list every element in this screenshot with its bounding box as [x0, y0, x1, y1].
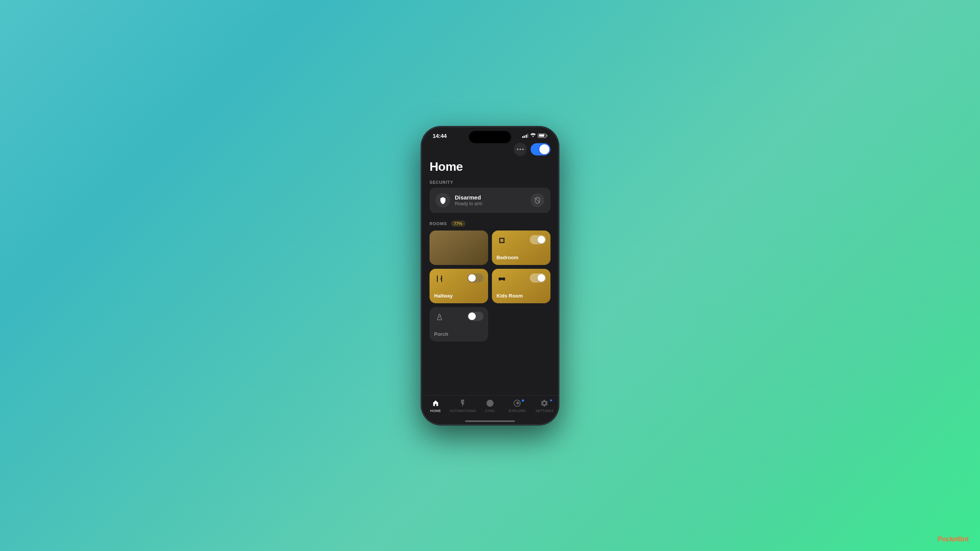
room-card-top [497, 273, 546, 284]
room-card-blurred[interactable] [430, 231, 488, 265]
top-actions [430, 141, 550, 160]
tab-settings[interactable]: SETTINGS [531, 399, 558, 413]
dot-menu-icon [517, 149, 524, 150]
settings-notification-dot [550, 399, 552, 401]
porch-toggle[interactable] [467, 312, 483, 321]
phone-screen: 14:44 [422, 127, 558, 424]
phone-frame: 14:44 [421, 126, 559, 425]
tab-sync[interactable]: SYNC [476, 399, 503, 413]
svg-rect-4 [499, 242, 504, 243]
security-card[interactable]: Disarmed Ready to arm [430, 188, 550, 213]
svg-rect-7 [441, 275, 442, 282]
phone-device: 14:44 [421, 126, 559, 425]
battery-icon [538, 134, 547, 138]
app-content: Home SECURITY Disarmed Ready to arm [422, 141, 558, 395]
security-shield-bg [436, 193, 450, 208]
page-title: Home [430, 160, 550, 174]
security-status-text: Disarmed [455, 194, 482, 201]
rooms-header: ROOMS 77% [430, 221, 550, 227]
bedroom-toggle[interactable] [530, 235, 546, 244]
home-bar [422, 420, 558, 424]
explore-tab-label: EXPLORE [509, 409, 526, 413]
tab-automations[interactable]: AUTOMATIONS [449, 399, 476, 413]
signal-icon [522, 134, 529, 138]
svg-rect-10 [499, 279, 500, 280]
kidsroom-icon [497, 273, 507, 284]
svg-rect-11 [503, 279, 505, 280]
security-sub-status: Ready to arm [455, 201, 482, 206]
svg-rect-13 [502, 277, 505, 278]
home-indicator [465, 420, 515, 422]
room-card-kidsroom[interactable]: Kids Room [492, 269, 550, 303]
settings-tab-icon [540, 399, 549, 408]
hallway-label: Hallway [434, 293, 483, 299]
status-bar: 14:44 [422, 127, 558, 141]
hallway-toggle[interactable] [467, 273, 483, 283]
hallway-icon [434, 273, 445, 284]
status-icons [522, 133, 548, 138]
sync-tab-label: SYNC [485, 409, 495, 413]
svg-rect-5 [437, 275, 438, 282]
rooms-grid: Bedroom [430, 231, 550, 342]
svg-point-19 [489, 402, 491, 404]
automations-tab-label: AUTOMATIONS [450, 409, 476, 413]
watermark-rest: ocketlint [942, 535, 969, 543]
bedroom-label: Bedroom [497, 255, 546, 260]
porch-icon [434, 312, 445, 322]
room-card-top [434, 273, 483, 284]
home-tab-label: HOME [430, 409, 441, 413]
explore-notification-dot [522, 399, 524, 402]
watermark-p: P [938, 535, 942, 543]
svg-point-17 [439, 313, 440, 314]
room-card-porch[interactable]: Porch [430, 307, 488, 342]
settings-tab-label: SETTINGS [536, 409, 554, 413]
automations-tab-icon [458, 399, 467, 408]
room-card-hallway[interactable]: Hallway [430, 269, 488, 303]
shield-slash-icon [534, 197, 541, 204]
security-info-left: Disarmed Ready to arm [436, 193, 482, 208]
security-text-info: Disarmed Ready to arm [455, 194, 482, 206]
status-time: 14:44 [433, 132, 447, 139]
porch-label: Porch [434, 331, 483, 337]
watermark: Pocketlint [938, 535, 969, 543]
rooms-section-label: ROOMS [430, 221, 447, 226]
svg-point-8 [440, 278, 441, 279]
tab-home[interactable]: HOME [422, 399, 449, 413]
sync-tab-icon [485, 399, 495, 408]
room-card-top [497, 235, 546, 246]
svg-line-0 [535, 198, 540, 203]
room-card-top [434, 312, 483, 322]
room-card-bedroom[interactable]: Bedroom [492, 231, 550, 265]
kidsroom-label: Kids Room [497, 293, 546, 299]
home-tab-icon [431, 399, 440, 408]
main-toggle[interactable] [531, 143, 550, 155]
more-options-button[interactable] [514, 143, 527, 156]
explore-tab-icon [513, 399, 522, 408]
svg-rect-12 [499, 277, 502, 278]
tab-explore[interactable]: EXPLORE [504, 399, 531, 413]
dynamic-island [469, 131, 511, 143]
bedroom-icon [497, 235, 507, 246]
rooms-badge: 77% [451, 221, 466, 227]
tab-bar: HOME AUTOMATIONS [422, 395, 558, 420]
wifi-icon [530, 133, 536, 138]
security-action-button[interactable] [531, 193, 544, 207]
kidsroom-toggle[interactable] [530, 273, 546, 283]
shield-icon [439, 196, 447, 204]
security-section-label: SECURITY [430, 180, 550, 185]
